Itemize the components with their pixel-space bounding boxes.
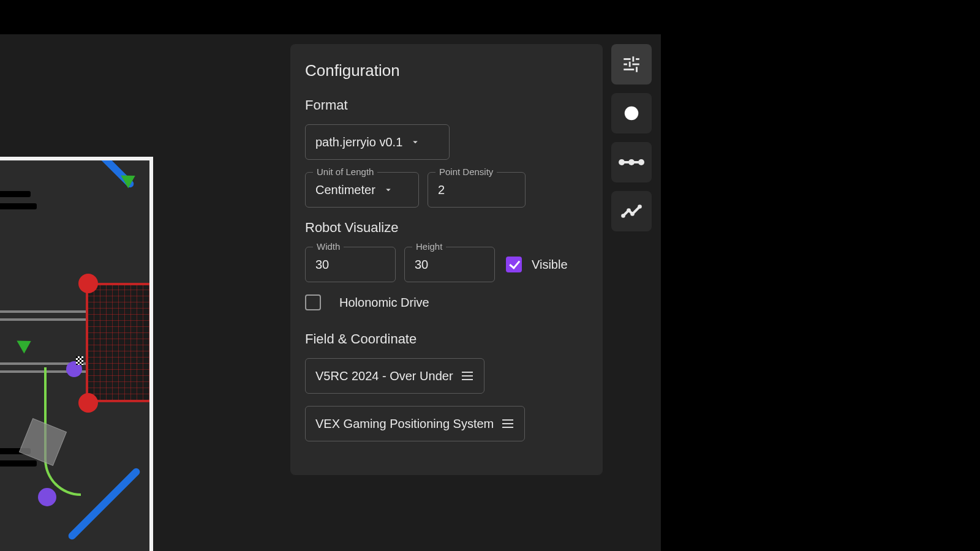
robot-width-label: Width [313,241,344,252]
segment-icon [618,156,645,168]
robot-width-field[interactable]: Width [305,247,396,282]
holonomic-checkbox[interactable] [305,294,321,310]
tune-button[interactable] [611,44,652,84]
goal-post-icon [78,274,98,293]
menu-icon [502,419,513,428]
unit-of-length-dropdown[interactable]: Unit of Length Centimeter [305,172,419,208]
holonomic-checkbox-label: Holonomic Drive [339,296,429,310]
trend-button[interactable] [611,191,652,231]
unit-of-length-label: Unit of Length [313,167,377,177]
goal-post-icon [78,393,98,413]
svg-rect-6 [624,69,634,70]
right-toolbar [611,44,652,231]
field-barrier [0,203,37,209]
chevron-down-icon [383,184,394,195]
field-canvas-inner [0,160,149,551]
svg-rect-3 [624,64,627,66]
coordinate-system-value: VEX Gaming Positioning System [315,417,494,431]
field-section-label: Field & Coordinate [305,331,588,347]
circle-button[interactable] [611,93,652,133]
svg-rect-1 [632,56,634,62]
svg-rect-4 [629,62,631,67]
triball-icon [17,335,34,354]
format-dropdown[interactable]: path.jerryio v0.1 [305,124,450,160]
app-root: Configuration Format path.jerryio v0.1 U… [0,0,661,551]
circle-icon [622,104,641,122]
field-preset-value: V5RC 2024 - Over Under [315,369,453,383]
field-canvas[interactable] [0,157,153,551]
checkered-flag-icon [76,356,83,365]
robot-height-input[interactable] [415,258,484,272]
svg-point-12 [628,159,635,165]
svg-point-11 [619,159,625,165]
visible-checkbox-label: Visible [532,258,568,272]
svg-rect-0 [624,58,630,60]
svg-rect-7 [636,67,638,72]
field-barrier [0,191,31,197]
point-density-input[interactable] [438,183,515,197]
robot-height-label: Height [412,241,446,252]
format-dropdown-value: path.jerryio v0.1 [315,135,402,149]
red-goal [86,283,153,402]
svg-rect-5 [632,64,639,66]
panel-title: Configuration [305,61,588,80]
svg-rect-2 [636,58,639,60]
svg-point-16 [630,212,635,216]
segment-button[interactable] [611,142,652,182]
tune-icon [621,54,642,75]
chevron-down-icon [410,137,421,148]
robot-height-field[interactable]: Height [404,247,495,282]
svg-point-9 [625,107,639,121]
robot-width-input[interactable] [315,258,385,272]
waypoint-icon[interactable] [38,488,56,506]
menu-icon [462,372,473,380]
point-density-field[interactable]: Point Density [428,172,526,208]
field-barrier [0,460,37,467]
svg-point-13 [638,159,644,165]
titlebar-strip [0,0,661,34]
visible-checkbox[interactable] [506,257,522,272]
robot-section-label: Robot Visualize [305,220,588,236]
coordinate-system-dropdown[interactable]: VEX Gaming Positioning System [305,406,525,441]
field-preset-dropdown[interactable]: V5RC 2024 - Over Under [305,358,484,394]
point-density-label: Point Density [435,167,497,177]
svg-point-14 [621,214,625,218]
unit-of-length-value: Centimeter [315,183,375,197]
trend-icon [620,200,643,222]
svg-point-17 [638,204,642,209]
configuration-panel: Configuration Format path.jerryio v0.1 U… [290,44,603,475]
format-section-label: Format [305,97,588,113]
svg-point-15 [627,208,631,212]
